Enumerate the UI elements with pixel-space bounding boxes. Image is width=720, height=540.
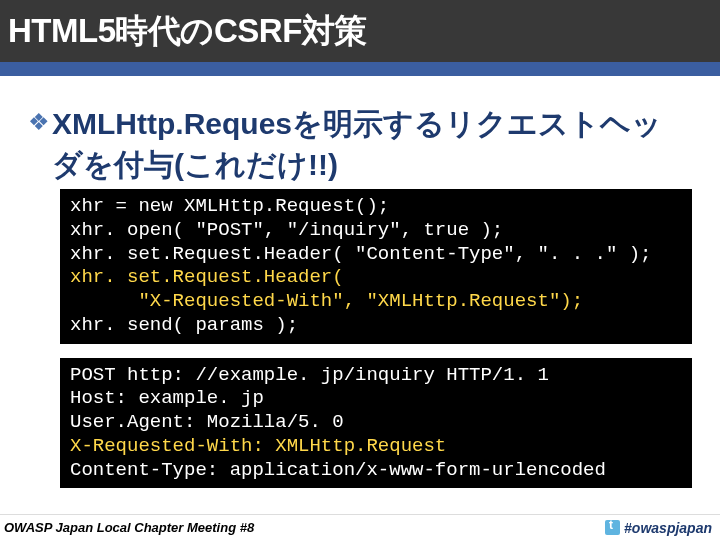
slide-title: HTML5時代のCSRF対策 <box>8 9 367 54</box>
code-line-highlight: X-Requested-With: XMLHttp.Request <box>70 435 446 457</box>
code-block-js: xhr = new XMLHttp.Request(); xhr. open( … <box>60 189 692 344</box>
code-line-highlight: xhr. set.Request.Header( <box>70 266 344 288</box>
diamond-bullet-icon: ❖ <box>28 108 50 136</box>
code-line: Host: example. jp <box>70 387 264 409</box>
bullet-item: ❖ XMLHttp.Requesを明示するリクエストヘッダを付与(これだけ!!) <box>28 104 692 185</box>
code-line: POST http: //example. jp/inquiry HTTP/1.… <box>70 364 549 386</box>
header-accent-bar <box>0 62 720 76</box>
footer-meeting-label: OWASP Japan Local Chapter Meeting #8 <box>4 520 254 535</box>
twitter-icon <box>605 520 620 535</box>
slide-header: HTML5時代のCSRF対策 <box>0 0 720 62</box>
slide-footer: OWASP Japan Local Chapter Meeting #8 #ow… <box>0 514 720 540</box>
footer-hashtag: #owaspjapan <box>605 520 712 536</box>
code-block-http: POST http: //example. jp/inquiry HTTP/1.… <box>60 358 692 489</box>
hashtag-text: #owaspjapan <box>624 520 712 536</box>
code-line: xhr. send( params ); <box>70 314 298 336</box>
code-line: Content-Type: application/x-www-form-url… <box>70 459 606 481</box>
code-line: xhr. set.Request.Header( "Content-Type",… <box>70 243 652 265</box>
code-line: xhr. open( "POST", "/inquiry", true ); <box>70 219 503 241</box>
code-line-highlight: "X-Requested-With", "XMLHttp.Request"); <box>70 290 583 312</box>
bullet-text: XMLHttp.Requesを明示するリクエストヘッダを付与(これだけ!!) <box>52 104 692 185</box>
code-line: xhr = new XMLHttp.Request(); <box>70 195 389 217</box>
code-line: User.Agent: Mozilla/5. 0 <box>70 411 344 433</box>
slide-content: ❖ XMLHttp.Requesを明示するリクエストヘッダを付与(これだけ!!)… <box>0 76 720 488</box>
